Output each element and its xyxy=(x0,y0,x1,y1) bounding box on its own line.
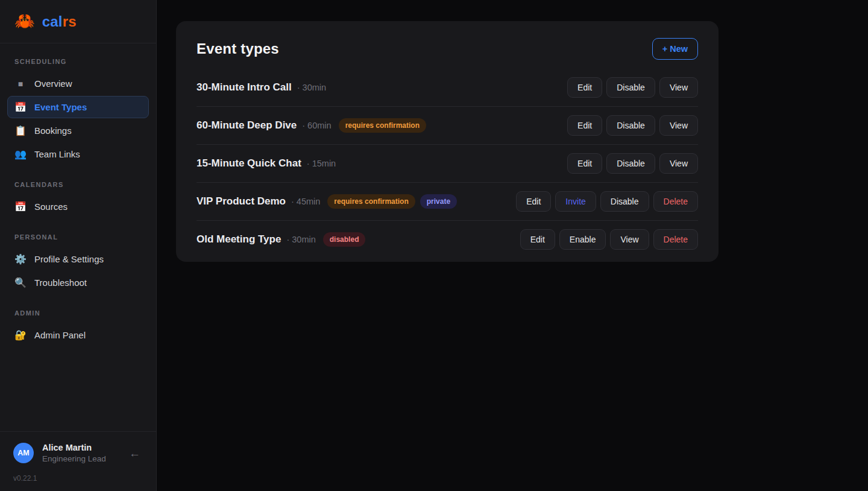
badge-requires-confirmation: requires confirmation xyxy=(327,194,415,209)
badge-disabled: disabled xyxy=(323,232,366,247)
sidebar-section-title: ADMIN xyxy=(0,295,156,323)
badge-requires-confirmation: requires confirmation xyxy=(339,118,426,133)
crab-icon: 🦀 xyxy=(14,13,35,30)
sidebar-item-profile-and-settings[interactable]: ⚙️ Profile & Settings xyxy=(7,248,149,270)
sidebar-item-label: Event Types xyxy=(34,102,87,112)
edit-button[interactable]: Edit xyxy=(567,153,602,174)
event-duration: · 30min xyxy=(286,235,315,244)
event-actions: EditDisableView xyxy=(567,77,698,98)
edit-button[interactable]: Edit xyxy=(567,77,602,98)
event-title: 30-Minute Intro Call xyxy=(197,81,292,93)
disable-button[interactable]: Disable xyxy=(606,153,655,174)
event-type-row: VIP Product Demo · 45min requires confir… xyxy=(197,182,698,220)
brand-cal: cal xyxy=(42,13,63,30)
avatar: AM xyxy=(13,443,34,463)
app-version: v0.22.1 xyxy=(13,474,143,483)
event-title: 15-Minute Quick Chat xyxy=(197,157,301,169)
calendar-icon: 📅 xyxy=(14,103,27,112)
sidebar-item-label: Admin Panel xyxy=(34,330,86,340)
sidebar-section-scheduling: SCHEDULING ■ Overview 📅 Event Types 📋 Bo… xyxy=(0,43,156,165)
collapse-sidebar-icon[interactable]: ← xyxy=(127,445,143,461)
event-type-row: 30-Minute Intro Call · 30min EditDisable… xyxy=(197,68,698,106)
edit-button[interactable]: Edit xyxy=(520,229,555,250)
disable-button[interactable]: Disable xyxy=(606,115,655,136)
event-actions: EditInviteDisableDelete xyxy=(516,191,698,212)
sidebar-item-sources[interactable]: 📅 Sources xyxy=(7,195,149,218)
event-type-row: 15-Minute Quick Chat · 15min EditDisable… xyxy=(197,144,698,182)
sidebar-section-title: SCHEDULING xyxy=(0,43,156,71)
user-name: Alice Martin xyxy=(42,443,118,452)
event-duration: · 30min xyxy=(297,83,326,92)
new-event-type-button[interactable]: + New xyxy=(652,38,698,60)
edit-button[interactable]: Edit xyxy=(516,191,551,212)
invite-button[interactable]: Invite xyxy=(555,191,596,212)
disable-button[interactable]: Disable xyxy=(606,77,655,98)
app-logo[interactable]: 🦀 calrs xyxy=(0,0,156,43)
event-list: 30-Minute Intro Call · 30min EditDisable… xyxy=(197,68,698,258)
square-icon: ■ xyxy=(14,80,27,88)
sidebar: 🦀 calrs SCHEDULING ■ Overview 📅 Event Ty… xyxy=(0,0,157,491)
user-card[interactable]: AM Alice Martin Engineering Lead ← xyxy=(13,443,143,463)
sidebar-nav: SCHEDULING ■ Overview 📅 Event Types 📋 Bo… xyxy=(0,43,156,431)
delete-button[interactable]: Delete xyxy=(653,229,698,250)
sidebar-section-title: CALENDARS xyxy=(0,166,156,194)
users-icon: 👥 xyxy=(14,150,27,159)
event-duration: · 45min xyxy=(291,197,320,206)
sidebar-user-area: AM Alice Martin Engineering Lead ← v0.22… xyxy=(0,431,156,491)
event-title: VIP Product Demo xyxy=(197,195,286,207)
view-button[interactable]: View xyxy=(659,115,698,136)
sidebar-section-personal: PERSONAL ⚙️ Profile & Settings 🔍 Trouble… xyxy=(0,219,156,294)
sidebar-item-team-links[interactable]: 👥 Team Links xyxy=(7,143,149,165)
app-title: calrs xyxy=(42,13,77,30)
event-info: 60-Minute Deep Dive · 60min requires con… xyxy=(197,118,426,133)
event-title: 60-Minute Deep Dive xyxy=(197,119,297,131)
sidebar-item-admin-panel[interactable]: 🔐 Admin Panel xyxy=(7,324,149,346)
clipboard-icon: 📋 xyxy=(14,126,27,136)
main-content: Event types + New 30-Minute Intro Call ·… xyxy=(157,0,868,491)
event-actions: EditEnableViewDelete xyxy=(520,229,698,250)
sidebar-item-label: Overview xyxy=(34,78,72,89)
magnifier-icon: 🔍 xyxy=(14,278,27,288)
event-duration: · 60min xyxy=(302,121,331,130)
user-role: Engineering Lead xyxy=(42,454,118,463)
user-meta: Alice Martin Engineering Lead xyxy=(42,443,118,463)
sidebar-item-label: Bookings xyxy=(34,125,72,136)
sidebar-section-calendars: CALENDARS 📅 Sources xyxy=(0,166,156,218)
event-info: VIP Product Demo · 45min requires confir… xyxy=(197,194,457,209)
calendar-icon: 📅 xyxy=(14,202,27,212)
event-info: 15-Minute Quick Chat · 15min xyxy=(197,157,343,169)
card-header: Event types + New xyxy=(197,38,698,60)
sidebar-item-troubleshoot[interactable]: 🔍 Troubleshoot xyxy=(7,271,149,294)
delete-button[interactable]: Delete xyxy=(653,191,698,212)
sidebar-item-label: Sources xyxy=(34,201,68,212)
view-button[interactable]: View xyxy=(610,229,649,250)
event-type-row: 60-Minute Deep Dive · 60min requires con… xyxy=(197,106,698,144)
enable-button[interactable]: Enable xyxy=(559,229,606,250)
sidebar-section-title: PERSONAL xyxy=(0,219,156,247)
sidebar-item-bookings[interactable]: 📋 Bookings xyxy=(7,119,149,142)
event-info: 30-Minute Intro Call · 30min xyxy=(197,81,333,93)
gear-icon: ⚙️ xyxy=(14,255,27,264)
brand-rs: rs xyxy=(63,13,77,30)
sidebar-item-label: Troubleshoot xyxy=(34,277,87,288)
sidebar-item-event-types[interactable]: 📅 Event Types xyxy=(7,96,149,118)
event-actions: EditDisableView xyxy=(567,115,698,136)
event-types-card: Event types + New 30-Minute Intro Call ·… xyxy=(176,21,719,262)
event-duration: · 15min xyxy=(307,159,336,168)
sidebar-item-label: Profile & Settings xyxy=(34,254,104,264)
event-info: Old Meeting Type · 30min disabled xyxy=(197,232,365,247)
lock-icon: 🔐 xyxy=(14,331,27,340)
event-type-row: Old Meeting Type · 30min disabled EditEn… xyxy=(197,220,698,258)
page-title: Event types xyxy=(197,40,279,57)
sidebar-item-label: Team Links xyxy=(34,149,80,159)
event-title: Old Meeting Type xyxy=(197,233,281,246)
sidebar-item-overview[interactable]: ■ Overview xyxy=(7,72,149,95)
sidebar-section-admin: ADMIN 🔐 Admin Panel xyxy=(0,295,156,346)
badge-private: private xyxy=(420,194,457,209)
edit-button[interactable]: Edit xyxy=(567,115,602,136)
view-button[interactable]: View xyxy=(659,77,698,98)
view-button[interactable]: View xyxy=(659,153,698,174)
event-actions: EditDisableView xyxy=(567,153,698,174)
disable-button[interactable]: Disable xyxy=(600,191,649,212)
